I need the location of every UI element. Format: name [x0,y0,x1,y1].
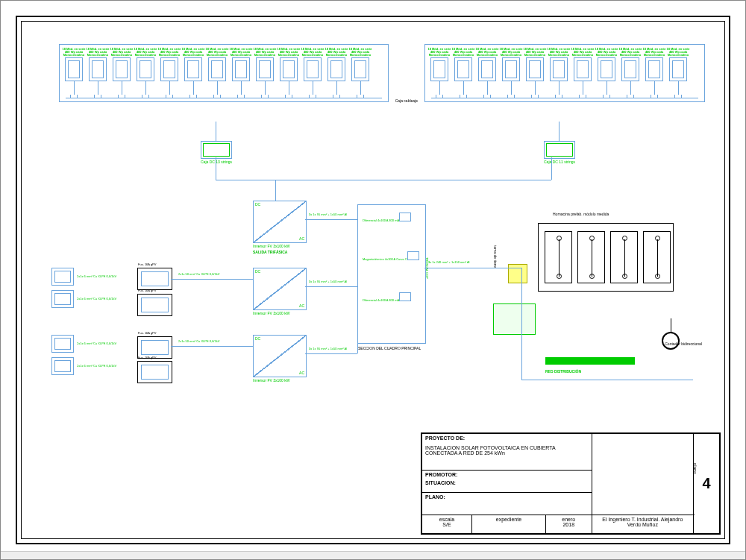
wire [216,157,216,180]
pv-module: 18 Mód. en serie400 Wp cadaMonocristalin… [667,48,689,98]
module-label: 18 Mód. en serie400 Wp cadaMonocristalin… [499,48,522,57]
pv-module: 18 Mód. en serie400 Wp cadaMonocristalin… [571,48,594,98]
fuse-box-2: Fus. 16A gPV [137,294,172,316]
situacion-label: SITUACION: [425,480,589,485]
pv-module: 18 Mód. en serie400 Wp cadaMonocristalin… [230,48,252,98]
module-label: 18 Mód. en serie400 Wp cadaMonocristalin… [595,48,618,57]
pv-array-right: 18 Mód. en serie400 Wp cadaMonocristalin… [424,44,705,102]
diagram-canvas: // placeholder – real modules injected b… [29,44,717,430]
wire [521,380,693,380]
module-label: 18 Mód. en serie400 Wp cadaMonocristalin… [229,48,252,57]
module-label: 18 Mód. en serie400 Wp cadaMonocristalin… [451,48,474,57]
engineer-name: El Ingeniero T. Industrial. Alejandro Ve… [595,517,690,527]
module-label: 18 Mód. en serie400 Wp cadaMonocristalin… [642,48,665,57]
module-label: 18 Mód. en serie400 Wp cadaMonocristalin… [475,48,498,57]
scrollbar-horizontal[interactable] [1,551,745,559]
panel-icon [137,57,154,81]
wire [357,342,358,353]
module-label: 18 Mód. en serie400 Wp cadaMonocristalin… [253,48,276,57]
module-label: 18 Mód. en serie400 Wp cadaMonocristalin… [181,48,204,57]
panel-icon [256,57,274,81]
panel-icon [208,57,226,81]
page: // placeholder – real modules injected b… [0,0,746,560]
panel-icon [526,57,544,81]
side-string-1: 2x1x 6 mm² Cu XLPE 0,6/1kV [51,268,116,286]
panel-icon [280,57,298,81]
pv-module: 18 Mód. en serie400 Wp cadaMonocristalin… [278,48,300,98]
module-label: 18 Mód. en serie400 Wp cadaMonocristalin… [666,48,689,57]
pv-module: 18 Mód. en serie400 Wp cadaMonocristalin… [428,48,451,98]
pv-module: 18 Mód. en serie400 Wp cadaMonocristalin… [524,48,546,98]
panel-icon [550,57,568,81]
pv-module: 18 Mód. en serie400 Wp cadaMonocristalin… [595,48,618,98]
module-label: 18 Mód. en serie400 Wp cadaMonocristalin… [86,48,109,57]
panel-icon [327,57,345,81]
meter-detail: Hornacina prefab. módulo medida toma de … [493,201,702,342]
pv-module: 18 Mód. en serie400 Wp cadaMonocristalin… [643,48,665,98]
module-label: 18 Mód. en serie400 Wp cadaMonocristalin… [325,48,348,57]
pv-module: 18 Mód. en serie400 Wp cadaMonocristalin… [349,48,372,98]
module-label: 18 Mód. en serie400 Wp cadaMonocristalin… [157,48,181,57]
pv-module: 18 Mód. en serie400 Wp cadaMonocristalin… [325,48,348,98]
distribution-box: Diferencial 4x100 A 300 mA Magnetotérmic… [357,204,426,344]
pv-module: 18 Mód. en serie400 Wp cadaMonocristalin… [110,48,133,98]
module-label: 18 Mód. en serie400 Wp cadaMonocristalin… [205,48,228,57]
inverter-1: DC AC [253,201,307,243]
pv-module: 18 Mód. en serie400 Wp cadaMonocristalin… [476,48,498,98]
dc-bus-right [431,98,698,98]
sheet-number: 4 [694,434,720,534]
wire [492,268,521,268]
wire [559,122,560,141]
panel-icon [478,57,496,81]
wire [171,346,253,347]
panel-icon [351,57,369,81]
wire [305,286,357,287]
side-string-4: 2x1x 6 mm² Cu XLPE 0,6/1kV [51,357,116,375]
module-label: 18 Mód. en serie400 Wp cadaMonocristalin… [301,48,324,57]
combiner-label-1: Caja DC 13 strings [201,160,238,164]
fuse-box-4: Fus. 16A gPV [137,361,172,383]
module-label: 18 Mód. en serie400 Wp cadaMonocristalin… [571,48,594,57]
pv-module: 18 Mód. en serie400 Wp cadaMonocristalin… [548,48,570,98]
wire [424,268,492,268]
drawing-inner-frame: // placeholder – real modules injected b… [21,21,725,539]
wire [216,122,216,141]
panel-icon [65,57,83,81]
pv-module: 18 Mód. en serie400 Wp cadaMonocristalin… [619,48,642,98]
combiner-label-2: Caja DC 11 strings [544,160,581,164]
wire [275,180,276,201]
legend-box [493,303,536,335]
panel-icon [89,57,107,81]
module-label: 18 Mód. en serie400 Wp cadaMonocristalin… [62,48,85,57]
module-label: 18 Mód. en serie400 Wp cadaMonocristalin… [348,48,372,57]
panel-icon [184,57,202,81]
pv-module: 18 Mód. en serie400 Wp cadaMonocristalin… [63,48,85,98]
wire [305,219,357,220]
panel-icon [430,57,448,81]
wire [305,353,357,354]
cabinet [538,223,674,292]
drawing-frame: // placeholder – real modules injected b… [16,16,730,544]
module-label: 18 Mód. en serie400 Wp cadaMonocristalin… [618,48,642,57]
combiner-box-1 [201,141,232,159]
panel-icon [304,57,322,81]
panel-icon [232,57,250,81]
wire [216,180,551,180]
wire [521,268,522,380]
fuse-box-1: Fus. 16A gPV [137,268,172,290]
plano-label: PLANO: [425,494,589,500]
combiner-box-2 [544,141,575,159]
title-block: PROYECTO DE: INSTALACION SOLAR FOTOVOLTA… [421,432,721,535]
pv-module: 18 Mód. en serie400 Wp cadaMonocristalin… [452,48,474,98]
wire [551,157,552,180]
panel-icon [113,57,131,81]
promotor-label: PROMOTOR: [425,472,589,477]
pv-module: 18 Mód. en serie400 Wp cadaMonocristalin… [87,48,109,98]
inverter-label-1: Inversor FV 3x100 kW [253,244,289,248]
module-label: 18 Mód. en serie400 Wp cadaMonocristalin… [110,48,133,57]
grid-bar [545,357,635,365]
pv-module: 18 Mód. en serie400 Wp cadaMonocristalin… [206,48,228,98]
panel-icon [669,57,687,81]
panel-icon [454,57,472,81]
module-label: 18 Mód. en serie400 Wp cadaMonocristalin… [277,48,300,57]
